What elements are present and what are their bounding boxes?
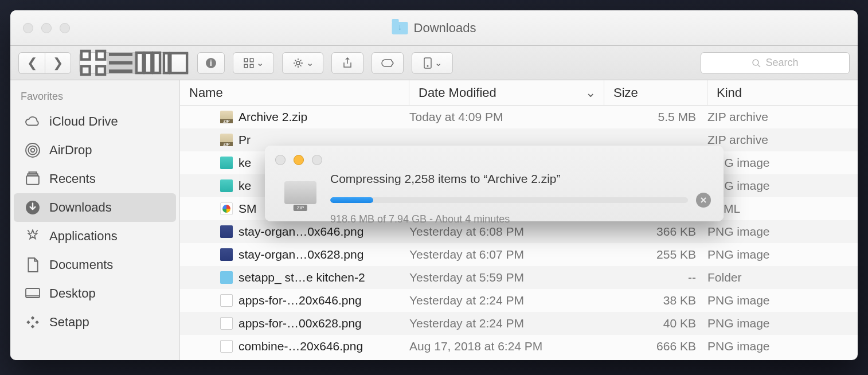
minimize-window-button[interactable] [41, 23, 52, 33]
gallery-icon [162, 50, 189, 76]
share-button[interactable] [331, 52, 363, 74]
sidebar-item-label: Desktop [49, 286, 96, 301]
file-type-icon [220, 111, 233, 123]
file-kind: PNG image [707, 248, 858, 261]
sidebar-item-label: Recents [49, 171, 96, 186]
svg-rect-3 [96, 66, 105, 75]
file-kind: PNG image [707, 339, 858, 353]
svg-rect-26 [26, 176, 39, 185]
sidebar-item-recents[interactable]: Recents [14, 165, 176, 193]
svg-rect-11 [170, 53, 187, 73]
toolbar: ❮ ❯ i ⌄ ⌄ [10, 46, 858, 80]
file-row[interactable]: stay-organ…0x628.pngYesterday at 6:07 PM… [180, 243, 858, 266]
dialog-body: Compressing 2,258 items to “Archive 2.zi… [330, 172, 711, 211]
sidebar-item-label: Setapp [49, 315, 89, 330]
info-button[interactable]: i [197, 52, 225, 74]
svg-text:i: i [210, 58, 212, 68]
sidebar-item-icloud-drive[interactable]: iCloud Drive [14, 107, 176, 136]
file-name: stay-organ…0x628.png [238, 248, 363, 261]
file-date: Today at 4:09 PM [409, 110, 604, 124]
forward-button[interactable]: ❯ [45, 52, 71, 74]
svg-point-20 [427, 65, 428, 67]
column-name[interactable]: Name [180, 80, 409, 105]
file-type-icon [220, 294, 233, 307]
dropbox-button[interactable]: ⌄ [412, 52, 453, 74]
file-rows: Archive 2.zipToday at 4:09 PM5.5 MBZIP a… [180, 106, 858, 360]
sidebar-item-label: Documents [49, 257, 113, 272]
file-name: setapp_ st…e kitchen-2 [238, 271, 365, 284]
view-mode-buttons [79, 52, 189, 74]
cancel-button[interactable] [696, 193, 711, 208]
gallery-view-button[interactable] [162, 52, 189, 74]
sidebar-item-setapp[interactable]: Setapp [14, 308, 176, 337]
svg-rect-0 [81, 51, 90, 60]
file-kind: PNG image [707, 156, 858, 170]
documents-icon [24, 256, 41, 274]
close-window-button[interactable] [23, 23, 33, 33]
column-view-button[interactable] [134, 52, 162, 74]
titlebar: Downloads [10, 10, 858, 46]
tags-button[interactable] [372, 52, 404, 74]
svg-rect-7 [136, 53, 143, 73]
action-button[interactable]: ⌄ [282, 52, 323, 74]
file-kind: PNG image [707, 317, 858, 330]
svg-rect-2 [81, 66, 90, 75]
file-type-icon [220, 157, 233, 169]
file-date: Yesterday at 6:08 PM [409, 225, 604, 239]
dialog-minimize-button[interactable] [294, 155, 304, 165]
svg-line-22 [758, 65, 760, 67]
file-size: 666 KB [604, 339, 707, 353]
file-type-icon [220, 271, 233, 284]
file-size: 5.5 MB [604, 110, 707, 124]
icon-view-button[interactable] [79, 52, 107, 74]
column-date[interactable]: Date Modified ⌄ [409, 80, 604, 105]
dialog-zoom-button[interactable] [312, 155, 322, 165]
file-type-icon [220, 340, 233, 353]
sidebar-item-documents[interactable]: Documents [14, 251, 176, 279]
dialog-close-button[interactable] [275, 155, 286, 165]
svg-rect-16 [244, 64, 248, 68]
column-kind[interactable]: Kind [707, 80, 858, 105]
svg-line-30 [28, 230, 29, 232]
sidebar-item-downloads[interactable]: Downloads [14, 193, 176, 222]
arrange-button[interactable]: ⌄ [233, 52, 274, 74]
svg-line-31 [36, 230, 37, 232]
column-size[interactable]: Size [604, 80, 707, 105]
progress-bar-row [330, 193, 711, 208]
file-name: apps-for-…00x628.png [238, 317, 362, 330]
airdrop-icon [24, 142, 41, 159]
svg-rect-15 [250, 58, 253, 62]
file-kind: Folder [707, 271, 858, 284]
file-date: Yesterday at 2:24 PM [409, 294, 604, 307]
downloads-icon [24, 199, 41, 216]
file-type-icon [220, 225, 233, 238]
progress-bar-fill [330, 197, 373, 203]
sidebar-item-desktop[interactable]: Desktop [14, 279, 176, 308]
file-name: ke [238, 156, 251, 170]
file-kind: PNG image [707, 179, 858, 193]
file-kind: ZIP archive [707, 110, 858, 124]
sidebar-section-label: Favorites [10, 88, 179, 107]
file-row[interactable]: Archive 2.zipToday at 4:09 PM5.5 MBZIP a… [180, 106, 858, 128]
file-row[interactable]: combine-…20x646.pngAug 17, 2018 at 6:24 … [180, 335, 858, 358]
file-size: -- [604, 271, 707, 284]
svg-rect-10 [164, 53, 169, 73]
file-name: ke [238, 179, 251, 193]
columns-icon [135, 49, 162, 76]
sidebar-item-airdrop[interactable]: AirDrop [14, 136, 176, 165]
file-row[interactable]: apps-for-…20x646.pngYesterday at 2:24 PM… [180, 289, 858, 312]
file-row[interactable]: setapp_ st…e kitchen-2Yesterday at 5:59 … [180, 266, 858, 289]
back-button[interactable]: ❮ [18, 52, 45, 74]
search-field[interactable]: Search [701, 52, 850, 74]
window-title-text: Downloads [414, 21, 476, 36]
file-kind: HTML [707, 202, 858, 216]
file-row[interactable]: apps-for-…00x628.pngYesterday at 2:24 PM… [180, 312, 858, 335]
sidebar-item-applications[interactable]: Applications [14, 222, 176, 251]
desktop-icon [24, 285, 41, 302]
list-view-button[interactable] [107, 52, 134, 74]
grid-icon [80, 49, 107, 76]
file-type-icon [220, 317, 233, 330]
zoom-window-button[interactable] [60, 23, 70, 33]
file-name: stay-organ…0x646.png [238, 225, 363, 239]
file-size: 366 KB [604, 225, 707, 239]
